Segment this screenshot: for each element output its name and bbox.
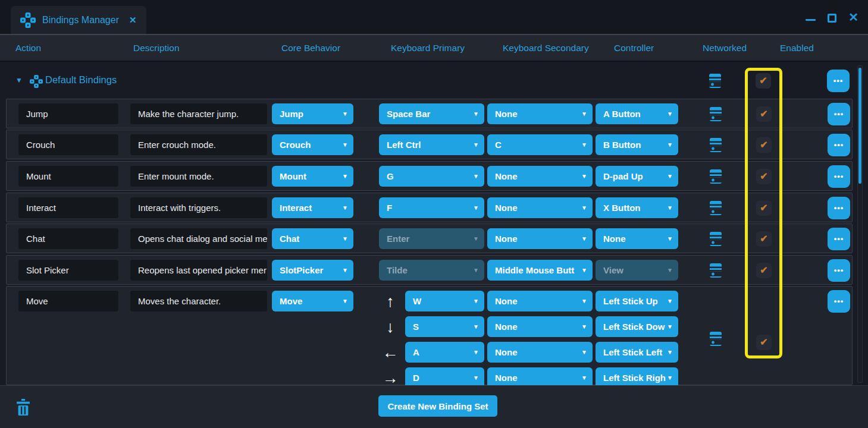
description-field[interactable]: Make the character jump. xyxy=(130,103,267,124)
minimize-icon[interactable] xyxy=(806,19,816,21)
controller-dropdown[interactable]: D-pad Up▼ xyxy=(596,166,678,187)
chevron-down-icon: ▼ xyxy=(667,228,673,249)
enabled-checkbox[interactable]: ✔ xyxy=(756,231,772,247)
more-options-button[interactable]: ••• xyxy=(827,70,850,92)
keyboard-primary-dropdown[interactable]: Enter▼ xyxy=(379,228,484,249)
more-options-button[interactable]: ••• xyxy=(828,228,850,250)
footer-bar: Create New Binding Set xyxy=(0,385,868,428)
core-behavior-dropdown[interactable]: Crouch▼ xyxy=(272,134,353,155)
chevron-down-icon: ▼ xyxy=(473,103,479,124)
enabled-checkbox[interactable]: ✔ xyxy=(756,106,772,122)
description-field[interactable]: Opens chat dialog and social me xyxy=(130,228,267,249)
networked-server-icon[interactable] xyxy=(710,201,722,215)
chevron-down-icon: ▼ xyxy=(581,367,587,385)
dropdown-value: View xyxy=(603,265,623,275)
chevron-down-icon[interactable]: ▼ xyxy=(15,76,23,84)
dropdown-value: Left Stick Up xyxy=(603,296,658,306)
keyboard-primary-dropdown[interactable]: W▼ xyxy=(405,291,484,311)
keyboard-primary-dropdown[interactable]: Space Bar▼ xyxy=(379,103,484,124)
keyboard-secondary-dropdown[interactable]: None▼ xyxy=(487,103,593,124)
action-field[interactable]: Mount xyxy=(18,166,118,187)
more-options-button[interactable]: ••• xyxy=(828,259,850,282)
description-field[interactable]: Moves the character. xyxy=(130,291,267,311)
tab-bindings-manager[interactable]: Bindings Manager ✕ xyxy=(11,6,146,34)
enabled-checkbox[interactable]: ✔ xyxy=(756,200,772,216)
dropdown-value: SlotPicker xyxy=(280,265,323,275)
core-behavior-dropdown[interactable]: Move▼ xyxy=(272,291,353,311)
core-behavior-dropdown[interactable]: Interact▼ xyxy=(272,197,353,218)
controller-dropdown[interactable]: View▼ xyxy=(596,260,678,281)
keyboard-secondary-dropdown[interactable]: None▼ xyxy=(487,342,593,363)
core-behavior-dropdown[interactable]: Jump▼ xyxy=(272,103,353,124)
action-field[interactable]: Slot Picker xyxy=(18,260,118,281)
networked-server-icon[interactable] xyxy=(710,232,722,246)
tab-title: Bindings Manager xyxy=(42,15,119,26)
keyboard-secondary-dropdown[interactable]: None▼ xyxy=(487,166,593,187)
controller-dropdown[interactable]: Left Stick Dow▼ xyxy=(596,316,678,337)
more-options-button[interactable]: ••• xyxy=(828,197,850,219)
more-options-button[interactable]: ••• xyxy=(828,134,850,156)
controller-dropdown[interactable]: X Button▼ xyxy=(596,197,678,218)
keyboard-secondary-dropdown[interactable]: None▼ xyxy=(487,367,593,385)
trash-icon[interactable] xyxy=(17,399,30,416)
enabled-checkbox[interactable]: ✔ xyxy=(756,169,772,184)
core-behavior-dropdown[interactable]: SlotPicker▼ xyxy=(272,260,353,281)
enabled-checkbox[interactable]: ✔ xyxy=(756,335,772,350)
chevron-down-icon: ▼ xyxy=(342,166,348,187)
controller-dropdown[interactable]: Left Stick Left▼ xyxy=(596,342,678,363)
action-field[interactable]: Jump xyxy=(18,103,118,124)
keyboard-primary-dropdown[interactable]: S▼ xyxy=(405,316,484,337)
keyboard-secondary-dropdown[interactable]: C▼ xyxy=(487,134,593,155)
keyboard-primary-dropdown[interactable]: F▼ xyxy=(379,197,484,218)
keyboard-primary-dropdown[interactable]: G▼ xyxy=(379,166,484,187)
vertical-scrollbar-thumb[interactable] xyxy=(858,68,861,184)
enabled-checkbox[interactable]: ✔ xyxy=(756,73,771,89)
more-options-button[interactable]: ••• xyxy=(828,103,850,125)
networked-server-icon[interactable] xyxy=(710,138,722,152)
controller-dropdown[interactable]: B Button▼ xyxy=(596,134,678,155)
enabled-checkbox[interactable]: ✔ xyxy=(756,137,772,153)
maximize-icon[interactable] xyxy=(828,14,836,23)
networked-server-icon[interactable] xyxy=(710,263,722,278)
dropdown-value: None xyxy=(495,296,518,306)
controller-dropdown[interactable]: Left Stick Righ▼ xyxy=(596,367,678,385)
create-new-binding-set-button[interactable]: Create New Binding Set xyxy=(378,395,497,417)
keyboard-secondary-dropdown[interactable]: None▼ xyxy=(487,316,593,337)
action-field[interactable]: Interact xyxy=(18,197,118,218)
networked-server-icon[interactable] xyxy=(710,332,722,346)
group-label[interactable]: Default Bindings xyxy=(45,74,117,86)
action-field[interactable]: Chat xyxy=(18,228,118,249)
enabled-checkbox[interactable]: ✔ xyxy=(756,263,772,278)
keyboard-primary-dropdown[interactable]: D▼ xyxy=(405,367,484,385)
keyboard-secondary-dropdown[interactable]: None▼ xyxy=(487,228,593,249)
keyboard-primary-dropdown[interactable]: Tilde▼ xyxy=(379,260,484,281)
networked-server-icon[interactable] xyxy=(710,107,722,121)
keyboard-primary-dropdown[interactable]: A▼ xyxy=(405,342,484,363)
tab-close-icon[interactable]: ✕ xyxy=(129,15,137,26)
controller-dropdown[interactable]: None▼ xyxy=(596,228,678,249)
description-field[interactable]: Interact with triggers. xyxy=(130,197,267,218)
keyboard-secondary-dropdown[interactable]: None▼ xyxy=(487,197,593,218)
controller-dropdown[interactable]: A Button▼ xyxy=(596,103,678,124)
chevron-down-icon: ▼ xyxy=(581,342,587,363)
networked-server-icon[interactable] xyxy=(710,169,722,184)
close-icon[interactable]: ✕ xyxy=(848,11,858,23)
keyboard-secondary-dropdown[interactable]: Middle Mouse Butt▼ xyxy=(487,260,593,281)
more-options-button[interactable]: ••• xyxy=(828,290,850,313)
vertical-scrollbar-track[interactable] xyxy=(857,65,863,383)
action-field[interactable]: Move xyxy=(18,291,118,311)
keyboard-secondary-dropdown[interactable]: None▼ xyxy=(487,291,593,311)
more-options-button[interactable]: ••• xyxy=(828,165,850,188)
core-behavior-dropdown[interactable]: Chat▼ xyxy=(272,228,353,249)
keyboard-primary-dropdown[interactable]: Left Ctrl▼ xyxy=(379,134,484,155)
chevron-down-icon: ▼ xyxy=(667,260,673,281)
description-field[interactable]: Reopens last opened picker mer xyxy=(130,260,267,281)
controller-dropdown[interactable]: Left Stick Up▼ xyxy=(596,291,678,311)
dropdown-value: Enter xyxy=(387,234,409,244)
core-behavior-dropdown[interactable]: Mount▼ xyxy=(272,166,353,187)
description-field[interactable]: Enter mount mode. xyxy=(130,166,267,187)
chevron-down-icon: ▼ xyxy=(667,367,673,385)
description-field[interactable]: Enter crouch mode. xyxy=(130,134,267,155)
action-field[interactable]: Crouch xyxy=(18,134,118,155)
networked-server-icon[interactable] xyxy=(709,74,721,88)
